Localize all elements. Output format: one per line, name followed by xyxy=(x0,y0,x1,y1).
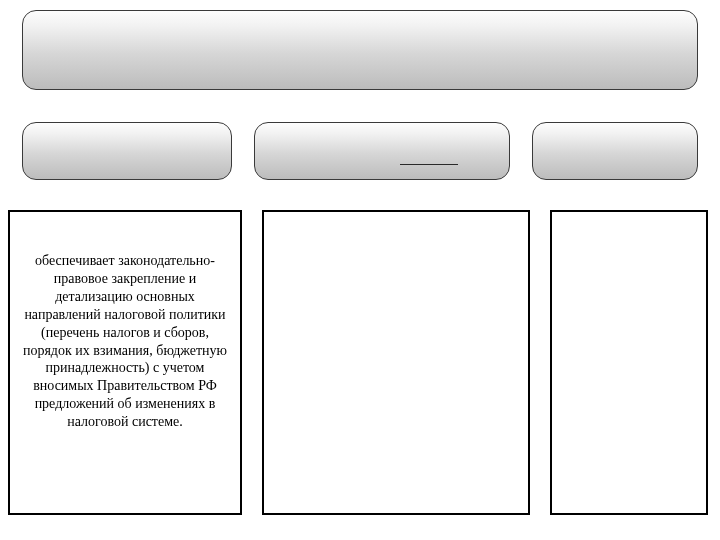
detail-panel-2 xyxy=(262,210,530,515)
detail-panel-1-text: обеспечивает законодательно-правовое зак… xyxy=(18,252,232,431)
category-pill-2 xyxy=(254,122,510,180)
detail-panel-1: обеспечивает законодательно-правовое зак… xyxy=(8,210,242,515)
detail-panel-3 xyxy=(550,210,708,515)
category-pill-3 xyxy=(532,122,698,180)
divider-line xyxy=(400,164,458,165)
category-pill-1 xyxy=(22,122,232,180)
header-pill xyxy=(22,10,698,90)
